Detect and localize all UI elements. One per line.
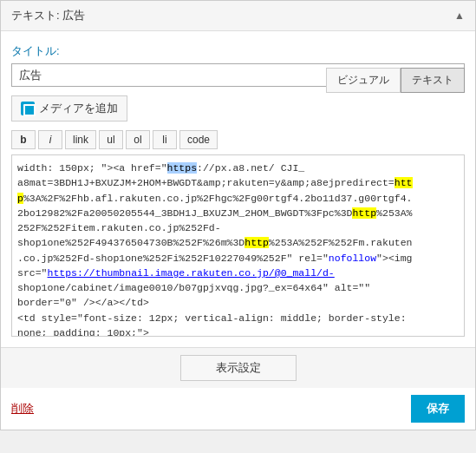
panel-title: テキスト: 広告	[11, 8, 85, 23]
code-line-1: width: 150px; "><a href="https://px.a8.n…	[17, 161, 459, 175]
code-line-5: 252F%252Fitem.rakuten.co.jp%252Fd-	[17, 220, 459, 235]
bold-button[interactable]: b	[11, 130, 36, 149]
code-line-12: none; padding: 10px;">	[17, 325, 459, 337]
code-line-6: shop1one%252F494376504730B%252F%26m%3Dht…	[17, 235, 459, 250]
code-line-7: .co.jp%252Fd-shop1one%252Fi%252F10227049…	[17, 251, 459, 266]
code-button[interactable]: code	[179, 130, 218, 149]
display-settings-button[interactable]: 表示設定	[180, 355, 297, 381]
code-line-9: shop1one/cabinet/image0010/b07gpjxvqg.jp…	[17, 280, 459, 295]
unordered-list-button[interactable]: ul	[99, 130, 123, 149]
code-line-4: 2bo12982%2Fa20050205544_3BDH1J_BXUZJM_2H…	[17, 206, 459, 220]
view-toggle: ビジュアル テキスト	[326, 68, 465, 93]
visual-view-button[interactable]: ビジュアル	[326, 68, 401, 93]
panel-header: テキスト: 広告 ▲	[1, 1, 475, 31]
link-button[interactable]: link	[65, 130, 96, 149]
media-icon	[21, 102, 35, 115]
thumbnail-link[interactable]: https://thumbnail.image.rakuten.co.jp/@0…	[48, 267, 335, 279]
ordered-list-button[interactable]: ol	[126, 130, 150, 149]
list-item-button[interactable]: li	[153, 130, 177, 149]
add-media-button[interactable]: メディアを追加	[11, 95, 127, 121]
footer-bar: 削除 保存	[1, 388, 475, 430]
save-button[interactable]: 保存	[411, 395, 465, 423]
code-line-10: border="0" /></a></td>	[17, 295, 459, 310]
editor-toolbar: b i link ul ol li code	[11, 130, 465, 149]
title-label: タイトル:	[11, 43, 465, 59]
delete-button[interactable]: 削除	[11, 401, 34, 417]
panel-collapse-arrow[interactable]: ▲	[454, 10, 465, 22]
code-line-3: p%3A%2F%2Fhb.afl.rakuten.co.jp%2Fhgc%2Fg…	[17, 191, 459, 206]
panel-body: タイトル: メディアを追加 ビジュアル テキスト b i link ul ol …	[1, 31, 475, 345]
text-view-button[interactable]: テキスト	[401, 68, 465, 93]
code-line-2: a8mat=3BDH1J+BXUZJM+2HOM+BWGDT&amp;rakut…	[17, 175, 459, 190]
code-editor[interactable]: width: 150px; "><a href="https://px.a8.n…	[11, 154, 465, 337]
code-line-11: <td style="font-size: 12px; vertical-ali…	[17, 311, 459, 325]
code-line-8: src="https://thumbnail.image.rakuten.co.…	[17, 266, 459, 280]
add-media-label: メディアを追加	[39, 101, 118, 116]
italic-button[interactable]: i	[38, 130, 62, 149]
bottom-bar: 表示設定	[1, 347, 475, 388]
